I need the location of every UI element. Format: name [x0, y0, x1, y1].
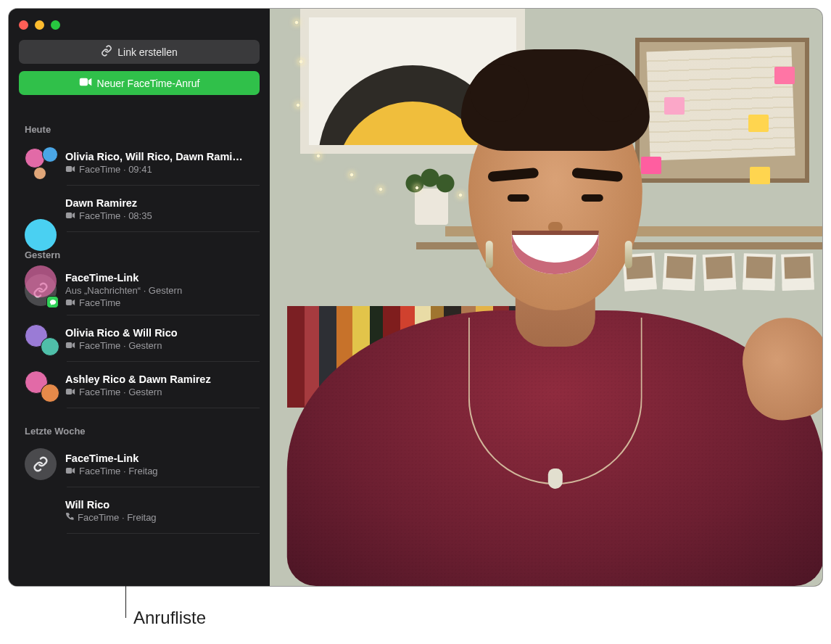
- video-call-view: [270, 9, 822, 586]
- call-item[interactable]: [9, 534, 270, 573]
- section-header-last-week: Letzte Woche: [9, 408, 270, 441]
- new-call-label: Neuer FaceTime-Anruf: [97, 78, 200, 89]
- call-subtitle: FaceTime · Gestern: [65, 340, 262, 351]
- link-icon: [101, 45, 112, 59]
- call-subtitle-text: FaceTime · Gestern: [79, 387, 162, 397]
- call-subtitle-text: FaceTime · Gestern: [79, 340, 162, 351]
- avatar-group-icon: [25, 369, 57, 401]
- call-subtitle: FaceTime · Freitag: [65, 466, 262, 476]
- svg-rect-4: [66, 342, 72, 348]
- call-subtitle: FaceTime · 08:35: [65, 210, 262, 221]
- call-subtitle-text: FaceTime · 08:35: [79, 210, 152, 221]
- call-subtitle: FaceTime · Gestern: [65, 387, 262, 397]
- new-facetime-call-button[interactable]: Neuer FaceTime-Anruf: [19, 71, 260, 95]
- call-title: Ashley Rico & Dawn Ramirez: [65, 373, 262, 385]
- call-meta: Will Rico FaceTime · Freitag: [65, 499, 262, 523]
- avatar-group-icon: [25, 323, 57, 355]
- avatar-icon: [25, 541, 57, 573]
- minimize-window-button[interactable]: [35, 20, 44, 30]
- video-icon: [79, 77, 92, 89]
- svg-rect-3: [66, 300, 72, 305]
- call-meta: Olivia Rico, Will Rico, Dawn Rami… FaceT…: [65, 151, 262, 175]
- call-subtitle: FaceTime · Freitag: [65, 512, 262, 523]
- video-scene-illustration: [270, 9, 822, 586]
- call-subtitle-text: Aus „Nachrichten“ · Gestern: [65, 285, 182, 296]
- video-icon: [65, 297, 75, 308]
- video-icon: [65, 164, 75, 175]
- call-meta: Olivia Rico & Will Rico FaceTime · Geste…: [65, 327, 262, 351]
- section-header-today: Heute: [9, 95, 270, 139]
- call-title: FaceTime-Link: [65, 453, 262, 464]
- call-meta: FaceTime-Link FaceTime · Freitag: [65, 453, 262, 476]
- svg-rect-5: [66, 389, 72, 395]
- video-icon: [65, 210, 75, 221]
- call-item[interactable]: Olivia Rico & Will Rico FaceTime · Geste…: [9, 315, 270, 362]
- close-window-button[interactable]: [19, 20, 28, 30]
- callout-label: Anrufliste: [133, 608, 206, 628]
- call-item[interactable]: FaceTime-Link FaceTime · Freitag: [9, 441, 270, 487]
- avatar-group-icon: [25, 146, 57, 178]
- phone-icon: [65, 512, 74, 523]
- svg-rect-1: [66, 166, 72, 172]
- call-subtitle: Aus „Nachrichten“ · Gestern: [65, 285, 262, 296]
- call-title: Will Rico: [65, 499, 262, 511]
- call-list-today: Olivia Rico, Will Rico, Dawn Rami… FaceT…: [9, 139, 270, 232]
- call-subtitle-text: FaceTime · 09:41: [79, 164, 152, 175]
- create-link-label: Link erstellen: [117, 46, 178, 58]
- call-subtitle-2-text: FaceTime: [79, 297, 120, 308]
- create-link-button[interactable]: Link erstellen: [19, 40, 260, 64]
- messages-badge-icon: [46, 296, 59, 308]
- facetime-link-avatar-icon: [25, 448, 57, 480]
- svg-rect-2: [66, 212, 72, 218]
- call-item[interactable]: Will Rico FaceTime · Freitag: [9, 487, 270, 534]
- call-title: FaceTime-Link: [65, 272, 262, 284]
- sidebar-top-buttons: Link erstellen Neuer FaceTime-Anruf: [9, 40, 270, 95]
- call-meta: Dawn Ramirez FaceTime · 08:35: [65, 197, 262, 221]
- video-icon: [65, 466, 75, 476]
- call-subtitle-text: FaceTime · Freitag: [78, 512, 157, 523]
- window-controls: [9, 17, 270, 40]
- call-subtitle-2: FaceTime: [65, 297, 262, 308]
- video-icon: [65, 387, 75, 397]
- call-subtitle: FaceTime · 09:41: [65, 164, 262, 175]
- call-title: Olivia Rico & Will Rico: [65, 327, 262, 339]
- call-meta: Ashley Rico & Dawn Ramirez FaceTime · Ge…: [65, 373, 262, 397]
- svg-rect-0: [79, 78, 87, 86]
- call-list-last-week: FaceTime-Link FaceTime · Freitag Will Ri…: [9, 441, 270, 573]
- svg-rect-6: [66, 468, 72, 474]
- call-item[interactable]: Olivia Rico, Will Rico, Dawn Rami… FaceT…: [9, 139, 270, 186]
- call-title: Dawn Ramirez: [65, 197, 262, 209]
- zoom-window-button[interactable]: [51, 20, 60, 30]
- call-meta: FaceTime-Link Aus „Nachrichten“ · Gester…: [65, 272, 262, 308]
- sidebar: Link erstellen Neuer FaceTime-Anruf Heut…: [9, 9, 270, 586]
- call-item[interactable]: Ashley Rico & Dawn Ramirez FaceTime · Ge…: [9, 362, 270, 408]
- callout-line: [125, 586, 126, 618]
- call-subtitle-text: FaceTime · Freitag: [79, 466, 158, 476]
- avatar-icon: [25, 495, 57, 527]
- video-icon: [65, 340, 75, 351]
- facetime-window: Link erstellen Neuer FaceTime-Anruf Heut…: [9, 9, 822, 586]
- call-title: Olivia Rico, Will Rico, Dawn Rami…: [65, 151, 262, 162]
